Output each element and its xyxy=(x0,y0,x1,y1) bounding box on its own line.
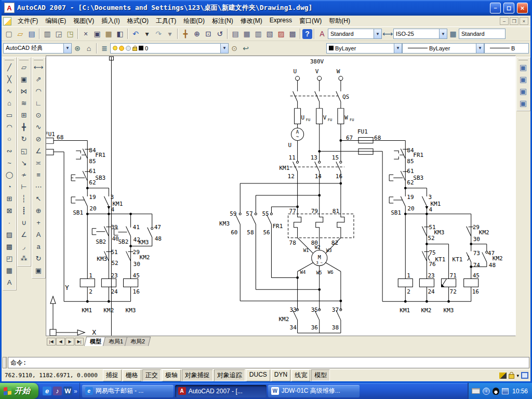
offset-icon[interactable]: ≋ xyxy=(18,97,30,109)
status-toggle-otrack[interactable]: 对象追踪 xyxy=(214,369,245,381)
tool-palettes-icon[interactable]: ▥ xyxy=(252,28,264,39)
jogged-dimension-icon[interactable]: ∿ xyxy=(32,121,45,133)
doc-restore-button[interactable]: ❒ xyxy=(510,17,518,25)
restore-button[interactable]: ◻ xyxy=(503,3,514,14)
chevron-down-icon[interactable]: ▼ xyxy=(394,44,402,53)
erase-icon[interactable]: ▱ xyxy=(18,61,30,73)
radius-dimension-icon[interactable]: ⊙ xyxy=(32,109,45,121)
document-icon[interactable] xyxy=(3,17,11,25)
menu-insert[interactable]: 插入(I) xyxy=(98,16,123,26)
plot-preview-icon[interactable]: ◲ xyxy=(53,28,64,39)
make-layer-current-icon[interactable]: ⊙ xyxy=(229,43,240,54)
task-mail[interactable]: e网易电子邮箱 - ... xyxy=(82,385,174,397)
layer-unlock-icon[interactable] xyxy=(132,47,137,51)
hide-tray-icons-button[interactable]: ‹ xyxy=(483,388,490,395)
menu-window[interactable]: 窗口(W) xyxy=(296,16,325,26)
aligned-dimension-icon[interactable]: ⇗ xyxy=(32,73,45,85)
chevron-down-icon[interactable]: ▼ xyxy=(63,44,71,53)
status-toggle-snap[interactable]: 捕捉 xyxy=(103,369,122,381)
stretch-icon[interactable]: ↘ xyxy=(18,157,30,169)
workspace-combo[interactable]: AutoCAD 经典 ▼ xyxy=(3,43,72,54)
ellipse-icon[interactable]: ◯ xyxy=(3,169,16,181)
quick-launch-overflow-icon[interactable]: » xyxy=(74,388,77,395)
center-mark-icon[interactable]: + xyxy=(32,217,45,229)
qq-messenger-icon[interactable] xyxy=(493,388,499,395)
next-tab-button[interactable]: ▶ xyxy=(65,338,74,345)
prev-tab-button[interactable]: ◀ xyxy=(56,338,65,345)
new-file-icon[interactable]: ▢ xyxy=(3,28,15,39)
toolbar-grip[interactable] xyxy=(19,59,29,60)
minimize-button[interactable]: – xyxy=(490,3,501,14)
mirror-icon[interactable]: ⋈ xyxy=(18,85,30,97)
quickcalc-icon[interactable]: ▩ xyxy=(287,28,298,39)
menu-edit[interactable]: 编辑(E) xyxy=(42,16,70,26)
revision-cloud-icon[interactable]: ∾ xyxy=(3,145,16,157)
table-style-combo[interactable]: Standard xyxy=(459,29,506,39)
circuit-svg[interactable]: 380VUVWQSUFUVFUWFUA~U67FU168111315KM1121… xyxy=(46,56,515,336)
linear-dimension-icon[interactable]: ⟷ xyxy=(32,61,45,73)
menu-view[interactable]: 视图(V) xyxy=(70,16,98,26)
undo-icon[interactable]: ↶ xyxy=(130,28,141,39)
clean-screen-icon[interactable] xyxy=(521,372,528,379)
arc-length-dimension-icon[interactable]: ◠ xyxy=(32,85,45,97)
table-style-icon[interactable]: ▦ xyxy=(447,28,459,39)
chevron-down-icon[interactable]: ▼ xyxy=(220,44,228,53)
zoom-window-icon[interactable]: ⊡ xyxy=(203,28,214,39)
plot-icon[interactable]: ▥ xyxy=(42,28,53,39)
ordinate-dimension-icon[interactable]: ∟ xyxy=(32,97,45,109)
continue-dimension-icon[interactable]: ⋯ xyxy=(32,181,45,193)
polygon-icon[interactable]: ⌂ xyxy=(3,97,16,109)
tolerance-icon[interactable]: ⊕ xyxy=(32,205,45,217)
save-icon[interactable]: ▤ xyxy=(26,28,37,39)
layer-previous-icon[interactable]: ↩ xyxy=(240,43,251,54)
layer-vp-freeze-icon[interactable] xyxy=(126,46,131,51)
break-at-point-icon[interactable]: ┆ xyxy=(18,193,30,205)
match-properties-icon[interactable]: ◧ xyxy=(114,28,126,39)
status-toggle-ortho[interactable]: 正交 xyxy=(142,369,161,381)
publish-icon[interactable]: ◳ xyxy=(64,28,76,39)
menu-modify[interactable]: 修改(M) xyxy=(237,16,266,26)
open-file-icon[interactable]: ▱ xyxy=(15,28,26,39)
dimension-text-edit-icon[interactable]: a xyxy=(32,241,45,252)
menu-dimension[interactable]: 标注(N) xyxy=(208,16,237,26)
doc-close-button[interactable]: × xyxy=(520,17,528,25)
task-autocad[interactable]: AAutoCAD 2007 - [... xyxy=(175,385,267,397)
workspace-settings-icon[interactable]: ⊛ xyxy=(72,43,83,54)
task-word-doc[interactable]: WJDW-01C 高级维修... xyxy=(268,385,360,397)
table-icon[interactable]: ▦ xyxy=(3,264,16,276)
status-toggle-grid[interactable]: 栅格 xyxy=(123,369,141,381)
first-tab-button[interactable]: |◀ xyxy=(47,338,56,345)
multiline-text-icon[interactable]: A xyxy=(3,276,16,288)
status-toggle-model[interactable]: 模型 xyxy=(311,369,330,381)
internet-explorer-icon[interactable]: e xyxy=(43,387,51,395)
dimension-edit-icon[interactable]: A xyxy=(32,229,45,241)
chevron-down-icon[interactable]: ▼ xyxy=(439,29,447,38)
my-workspace-icon[interactable]: ⌂ xyxy=(83,43,95,54)
menu-format[interactable]: 格式(O) xyxy=(124,16,152,26)
toolbar-grip[interactable] xyxy=(34,59,43,60)
array-icon[interactable]: ⊞ xyxy=(18,109,30,121)
polyline-icon[interactable]: ∿ xyxy=(3,85,16,97)
command-input[interactable]: 命令: xyxy=(8,357,529,368)
menu-help[interactable]: 帮助(H) xyxy=(325,16,354,26)
bring-to-front-icon[interactable]: ▣ xyxy=(517,61,529,73)
status-dropdown-icon[interactable]: ▾ xyxy=(516,373,519,378)
doc-minimize-button[interactable]: – xyxy=(500,17,509,25)
color-combo[interactable]: ByLayer ▼ xyxy=(326,43,402,54)
gradient-icon[interactable]: ▩ xyxy=(3,241,16,252)
dim-style-icon[interactable]: ⟷ xyxy=(382,28,393,39)
coordinate-readout[interactable]: 762.9110, 1182.6971, 0.0000 xyxy=(4,371,102,380)
quick-dimension-icon[interactable]: ≍ xyxy=(32,157,45,169)
send-under-objects-icon[interactable]: ▣ xyxy=(517,97,529,109)
word-icon[interactable]: W xyxy=(63,387,72,395)
copy-object-icon[interactable]: ▣ xyxy=(18,73,30,85)
media-app-icon[interactable]: ♪ xyxy=(53,387,62,395)
status-toggle-osnap[interactable]: 对象捕捉 xyxy=(182,369,213,381)
command-grip[interactable] xyxy=(3,357,7,368)
chevron-down-icon[interactable]: ▼ xyxy=(374,29,381,38)
communication-center-icon[interactable] xyxy=(499,373,507,379)
insert-block-icon[interactable]: ⊞ xyxy=(3,193,16,205)
markup-set-manager-icon[interactable]: ▨ xyxy=(275,28,287,39)
region-icon[interactable]: ◰ xyxy=(3,252,16,264)
baseline-dimension-icon[interactable]: ≡ xyxy=(32,169,45,181)
